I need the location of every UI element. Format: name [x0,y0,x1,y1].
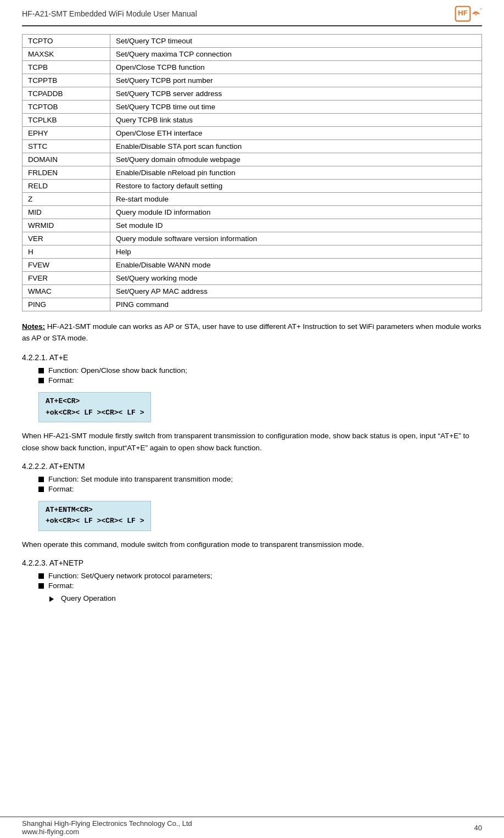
table-cell-desc: Set/Query maxima TCP connection [110,48,482,61]
table-cell-cmd: WMAC [23,285,110,298]
code-block-4221: AT+E<CR> +ok<CR>< LF ><CR>< LF > [38,392,151,423]
footer-company: Shanghai High-Flying Electronics Technol… [22,819,192,828]
table-row: VERQuery module software version informa… [23,232,482,245]
logo-area: HF TM [455,5,482,22]
table-cell-cmd: VER [23,232,110,245]
section-4221-body: When HF-A21-SMT module firstly switch fr… [22,430,482,454]
table-cell-cmd: FVEW [23,259,110,272]
table-cell-cmd: TCPLKB [23,114,110,127]
table-cell-cmd: PING [23,298,110,311]
page-footer: Shanghai High-Flying Electronics Technol… [0,817,504,838]
section-4223-bullets: Function: Set/Query network protocol par… [22,572,482,590]
table-cell-cmd: DOMAIN [23,153,110,166]
section-4223: 4.2.2.3. AT+NETP Function: Set/Query net… [22,558,482,602]
table-cell-desc: Open/Close ETH interface [110,127,482,140]
table-cell-desc: Set/Query working mode [110,272,482,285]
section-4222-bullets: Function: Set module into transparent tr… [22,475,482,493]
table-cell-cmd: MAXSK [23,48,110,61]
table-row: FRLDENEnable/Disable nReload pin functio… [23,166,482,180]
section-4222-body: When operate this command, module switch… [22,539,482,551]
diamond-icon [49,596,57,602]
table-cell-cmd: H [23,245,110,259]
table-row: FVEWEnable/Disable WANN mode [23,259,482,272]
company-logo: HF TM [455,5,482,22]
section-4222-heading: 4.2.2.2. AT+ENTM [22,462,482,471]
section-4222: 4.2.2.2. AT+ENTM Function: Set module in… [22,462,482,551]
bullet-icon [38,378,44,383]
table-cell-desc: Query module ID information [110,206,482,219]
bullet-icon [38,583,44,589]
table-cell-desc: Restore to factory default setting [110,180,482,193]
notes-label: Notes: [22,322,45,331]
table-cell-desc: Query module software version informatio… [110,232,482,245]
svg-text:TM: TM [480,8,482,10]
table-cell-desc: Set/Query AP MAC address [110,285,482,298]
bullet-item: Format: [38,376,482,384]
table-row: TCPADDBSet/Query TCPB server address [23,87,482,100]
footer-left: Shanghai High-Flying Electronics Technol… [22,819,192,836]
section-4221-heading: 4.2.2.1. AT+E [22,353,482,362]
bullet-item: Function: Set module into transparent tr… [38,475,482,483]
table-cell-desc: Set/Query TCPB port number [110,74,482,87]
table-row: RELDRestore to factory default setting [23,180,482,193]
table-cell-desc: Set/Query TCPB server address [110,87,482,100]
table-cell-cmd: TCPPTB [23,74,110,87]
table-row: TCPTOBSet/Query TCPB time out time [23,100,482,114]
notes-text: HF-A21-SMT module can works as AP or STA… [22,322,481,342]
footer-website: www.hi-flying.com [22,828,79,836]
section-4221: 4.2.2.1. AT+E Function: Open/Close show … [22,353,482,454]
table-cell-desc: Open/Close TCPB function [110,61,482,74]
table-row: TCPTOSet/Query TCP timeout [23,35,482,48]
table-cell-cmd: TCPTOB [23,100,110,114]
table-row: WMACSet/Query AP MAC address [23,285,482,298]
section-4221-bullets: Function: Open/Close show back function;… [22,366,482,384]
table-cell-desc: Query TCPB link status [110,114,482,127]
table-row: STTCEnable/Disable STA port scan functio… [23,140,482,153]
table-row: WRMIDSet module ID [23,219,482,232]
bullet-icon [38,487,44,492]
table-cell-desc: Set/Query TCP timeout [110,35,482,48]
table-cell-desc: Enable/Disable STA port scan function [110,140,482,153]
table-row: TCPLKBQuery TCPB link status [23,114,482,127]
notes-paragraph: Notes: HF-A21-SMT module can works as AP… [22,321,482,344]
table-row: EPHYOpen/Close ETH interface [23,127,482,140]
bullet-item: Format: [38,582,482,590]
table-row: TCPPTBSet/Query TCPB port number [23,74,482,87]
table-cell-desc: Set/Query domain ofmodule webpage [110,153,482,166]
code-block-4222: AT+ENTM<CR> +ok<CR>< LF ><CR>< LF > [38,501,151,532]
section-4223-heading: 4.2.2.3. AT+NETP [22,558,482,567]
bullet-icon [38,368,44,373]
table-cell-cmd: Z [23,193,110,206]
table-row: MIDQuery module ID information [23,206,482,219]
footer-page: 40 [474,824,482,832]
table-cell-cmd: MID [23,206,110,219]
table-row: HHelp [23,245,482,259]
table-cell-cmd: TCPB [23,61,110,74]
bullet-icon [38,477,44,482]
table-cell-desc: Set/Query TCPB time out time [110,100,482,114]
table-row: DOMAINSet/Query domain ofmodule webpage [23,153,482,166]
table-cell-cmd: TCPTO [23,35,110,48]
table-cell-cmd: EPHY [23,127,110,140]
table-cell-desc: Help [110,245,482,259]
table-row: PINGPING command [23,298,482,311]
svg-text:HF: HF [458,9,468,17]
table-cell-cmd: WRMID [23,219,110,232]
sub-bullet-item: Query Operation [49,594,482,602]
bullet-item: Function: Set/Query network protocol par… [38,572,482,580]
command-table: TCPTOSet/Query TCP timeoutMAXSKSet/Query… [22,34,482,311]
svg-point-2 [475,14,477,15]
header-title: HF-A21-SMT Embedded WiFi Module User Man… [22,9,197,18]
table-cell-cmd: FVER [23,272,110,285]
table-row: FVERSet/Query working mode [23,272,482,285]
table-cell-desc: Set module ID [110,219,482,232]
table-cell-cmd: TCPADDB [23,87,110,100]
table-row: MAXSKSet/Query maxima TCP connection [23,48,482,61]
table-row: ZRe-start module [23,193,482,206]
table-cell-desc: PING command [110,298,482,311]
table-cell-cmd: RELD [23,180,110,193]
bullet-icon [38,573,44,579]
table-row: TCPBOpen/Close TCPB function [23,61,482,74]
section-4223-sub-bullets: Query Operation [22,594,482,602]
table-cell-desc: Enable/Disable WANN mode [110,259,482,272]
